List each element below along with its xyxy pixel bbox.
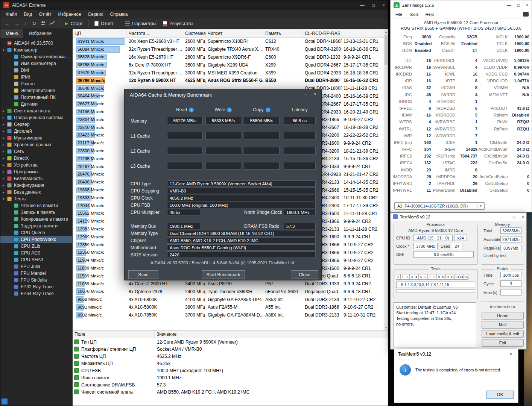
tree-item[interactable]: FPU Mandel: [0, 270, 72, 277]
chart-icon[interactable]: [48, 20, 57, 27]
report-button[interactable]: Отчёт: [91, 21, 117, 26]
tree-item[interactable]: CPU Queen: [0, 229, 72, 236]
expander-closed-icon[interactable]: ▸: [3, 109, 7, 113]
close-icon[interactable]: ×: [507, 351, 514, 357]
tree-item[interactable]: FPU Julia: [0, 263, 72, 270]
tree-item[interactable]: ▸Мультимедиа: [0, 135, 72, 141]
tree-item[interactable]: Задержка памяти: [0, 223, 72, 229]
tree-item[interactable]: Суммарная информация: [0, 53, 72, 60]
load-config-exit-button[interactable]: Load config & exit: [482, 330, 524, 338]
tree-item[interactable]: CPU SHA3: [0, 256, 72, 263]
tree-item[interactable]: ▸Безопасность: [0, 175, 72, 182]
tree-item[interactable]: Датчики: [0, 101, 72, 108]
table-row[interactable]: 8902 Мпкс/с4x A10-7850K3700 МГцGigabyte …: [73, 311, 388, 319]
menu-item[interactable]: Отчёт: [35, 11, 55, 18]
expander-closed-icon[interactable]: ▸: [3, 136, 7, 140]
close-icon[interactable]: ×: [382, 3, 385, 8]
field-row[interactable]: Тип ЦП12-Core AMD Ryzen 9 5900X (Vermeer…: [73, 338, 388, 345]
scrollbar-thumb[interactable]: [385, 35, 388, 65]
tree-item[interactable]: DMI: [0, 67, 72, 74]
tree-item[interactable]: Копирование в памяти: [0, 216, 72, 223]
tree-item[interactable]: Разгон: [0, 80, 72, 87]
menu-item[interactable]: File: [392, 11, 406, 17]
info-icon[interactable]: i: [189, 108, 194, 112]
menu-item[interactable]: Вид: [21, 11, 36, 18]
expander-open-icon[interactable]: ▾: [3, 48, 7, 52]
column-header-timings[interactable]: CL-RCD-RP-RAS: [303, 29, 342, 37]
tree-item[interactable]: CPU ZLib: [0, 243, 72, 250]
taskbar-icon-fragment[interactable]: [2, 398, 8, 404]
expander-open-icon[interactable]: ▾: [3, 197, 7, 201]
expander-closed-icon[interactable]: ▸: [3, 116, 7, 120]
expander-closed-icon[interactable]: ▸: [3, 177, 7, 180]
table-row[interactable]: 9568 Мпкс/с4x A10-6800K4100 МГцGigabyte …: [73, 295, 388, 303]
close-icon[interactable]: ×: [526, 3, 529, 8]
tree-item[interactable]: FPU SinJulia: [0, 277, 72, 283]
ok-button[interactable]: OK: [486, 391, 514, 399]
column-header-cpu[interactable]: ЦП: [73, 29, 127, 37]
tree-item[interactable]: ▾Компьютер: [0, 47, 72, 53]
up-icon[interactable]: ↑: [21, 21, 30, 26]
tree-item[interactable]: Имя компьютера: [0, 60, 72, 67]
forward-icon[interactable]: →: [12, 21, 21, 26]
field-row[interactable]: Множитель ЦП46.25x: [73, 360, 388, 367]
parameters-button[interactable]: Параметры: [122, 21, 160, 26]
table-row[interactable]: 61941 Мпкс/с20x Xeon E5-2660 v3 HT2600 М…: [73, 38, 388, 45]
tree-item[interactable]: ▸Хранение данных: [0, 141, 72, 148]
tree-item[interactable]: ▸Конфигурация: [0, 182, 72, 189]
users-icon[interactable]: [39, 20, 48, 27]
maximize-icon[interactable]: □: [514, 214, 516, 220]
menu-item[interactable]: Help: [422, 11, 437, 17]
tree-item[interactable]: ▸База данных: [0, 189, 72, 195]
minimize-icon[interactable]: —: [360, 3, 365, 8]
expander-closed-icon[interactable]: ▸: [3, 129, 7, 133]
menu-item[interactable]: Избранное: [55, 11, 85, 18]
column-header-memory[interactable]: Память: [263, 29, 303, 37]
tree-item[interactable]: ▸DirectX: [0, 155, 72, 162]
tree-item[interactable]: CPU PhotoWorxx: [0, 236, 72, 243]
field-row[interactable]: Платформа / степпинг ЦПSocket AM4 / VMR-…: [73, 345, 388, 353]
table-row[interactable]: 36766 Мпкс/с12x Ryzen 9 5900X HT4625 МГц…: [73, 77, 388, 85]
save-button[interactable]: Save: [128, 270, 158, 279]
tree-item[interactable]: FP64 Ray-Trace: [0, 290, 72, 297]
tree-item[interactable]: Портативный ПК: [0, 94, 72, 101]
close-icon[interactable]: ×: [313, 91, 316, 97]
testmem-site-label[interactable]: testmem.tz.ru: [481, 304, 524, 309]
tree-item[interactable]: Запись в память: [0, 209, 72, 216]
table-row[interactable]: 10676 Мпкс/с8x Opteron 23782400 МГцTyan …: [73, 288, 388, 296]
tree-item[interactable]: ▸Сеть: [0, 148, 72, 155]
tree-item[interactable]: ▸Сервер: [0, 121, 72, 128]
info-icon[interactable]: i: [227, 108, 232, 112]
screenshot-icon[interactable]: [523, 12, 529, 17]
minimize-icon[interactable]: —: [507, 3, 511, 8]
table-row[interactable]: 11089 Мпкс/с4x Core i7-2600 HT3400 МГцAs…: [73, 280, 388, 288]
tree-item[interactable]: ▸Устройства: [0, 162, 72, 168]
field-row[interactable]: Соотношение DRAM:FSB57:3: [73, 381, 388, 388]
menu-item[interactable]: Сервис: [84, 11, 106, 18]
dimm-select[interactable]: A2: F4-3000C14-16GTZR (16GB, DR) ▾: [394, 202, 485, 210]
maximize-icon[interactable]: □: [517, 3, 520, 8]
column-header-motherboard[interactable]: Системная плата: [183, 29, 206, 37]
refresh-icon[interactable]: ↻: [30, 21, 39, 26]
expander-closed-icon[interactable]: ▸: [3, 156, 7, 160]
field-row[interactable]: Шина памяти1900.1 MHz: [73, 374, 388, 381]
column-header-field[interactable]: Поле: [73, 330, 155, 338]
menu-item[interactable]: Справка: [106, 11, 131, 18]
expander-closed-icon[interactable]: ▸: [3, 163, 7, 167]
close-button[interactable]: Close: [291, 270, 318, 279]
tree-item[interactable]: ▸Программы: [0, 168, 72, 175]
table-row[interactable]: 37679 Мпкс/с32x Ryzen Threadripper ...30…: [73, 69, 388, 77]
maximize-icon[interactable]: □: [372, 3, 375, 8]
table-row[interactable]: 38788 Мпкс/с6x Core i7-7800X HT3500 МГцG…: [73, 61, 388, 69]
minimize-icon[interactable]: —: [302, 91, 307, 97]
tab-menu[interactable]: Меню: [0, 29, 23, 38]
back-icon[interactable]: ←: [3, 21, 12, 26]
expander-closed-icon[interactable]: ▸: [3, 183, 7, 187]
tree-item[interactable]: Электропитание: [0, 87, 72, 94]
tree-item[interactable]: Чтение из памяти: [0, 202, 72, 209]
column-header-chipset[interactable]: Чипсет: [206, 29, 263, 37]
info-icon[interactable]: i: [266, 108, 271, 112]
expander-closed-icon[interactable]: ▸: [3, 190, 7, 194]
tree-item[interactable]: FP32 Ray-Trace: [0, 283, 72, 290]
minimize-icon[interactable]: —: [504, 214, 508, 220]
